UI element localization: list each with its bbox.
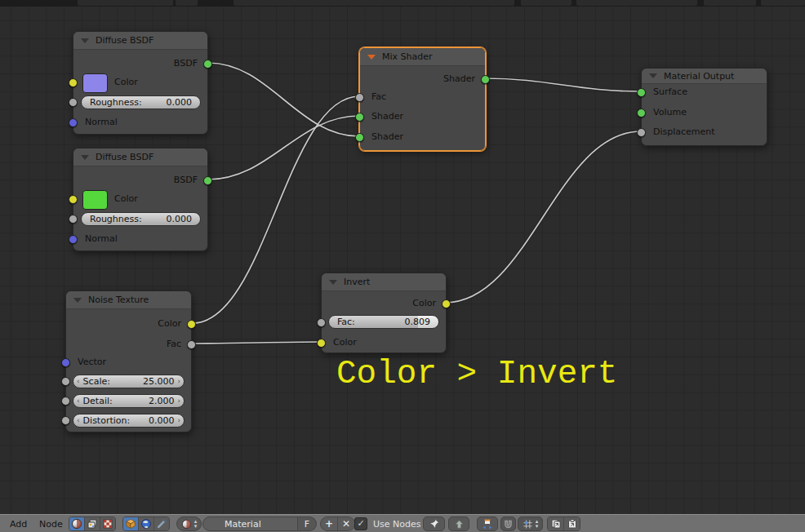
socket-input-normal[interactable] [69,235,78,244]
object-shader-button[interactable] [123,517,139,530]
socket-input-fac[interactable] [317,318,326,327]
slider-arrow-right-icon[interactable]: › [177,414,180,428]
material-name-field[interactable]: Material [202,516,298,531]
node-invert[interactable]: Invert Color Fac: 0.809 Color [321,273,447,353]
node-header[interactable]: Noise Texture [66,291,191,309]
collapse-triangle-icon[interactable] [81,38,89,43]
color-swatch[interactable] [82,73,108,93]
use-nodes-toggle[interactable]: ✓ Use Nodes [354,516,421,531]
socket-input-normal[interactable] [69,118,78,127]
close-icon: ✕ [342,518,350,530]
pin-icon [429,518,440,530]
node-header[interactable]: Diffuse BSDF [73,32,207,50]
top-strip-segment [761,0,805,6]
input-label-vector: Vector [78,356,106,369]
socket-input-shader-2[interactable] [355,133,364,142]
slider-arrow-right-icon[interactable]: › [177,394,180,408]
socket-input-surface[interactable] [637,88,646,97]
top-strip-segment [576,0,697,6]
socket-input-roughness[interactable] [69,98,78,107]
new-material-button[interactable]: + [321,517,338,530]
node-header[interactable]: Invert [322,273,446,291]
socket-input-color[interactable] [317,339,326,348]
stepper-down-icon[interactable]: ▾ [194,524,198,529]
slider-arrow-right-icon[interactable]: › [177,375,180,388]
socket-input-shader-1[interactable] [355,113,364,122]
stepper-down-icon[interactable]: ▾ [536,524,539,529]
roughness-slider[interactable]: Roughness: 0.000 [81,212,201,226]
socket-output-bsdf[interactable] [203,60,212,69]
slider-arrow-left-icon[interactable]: ‹ [77,394,80,408]
collapse-triangle-icon[interactable] [329,280,337,285]
snap-element-stepper[interactable]: ▴ ▾ [536,519,539,529]
slider-label: Roughness: [90,97,142,108]
color-swatch[interactable] [82,190,108,210]
paste-nodes-button[interactable] [564,517,580,530]
slider-label: Roughness: [90,214,142,224]
socket-input-volume[interactable] [637,109,646,117]
slider-value: 0.809 [405,317,431,327]
material-browse-button[interactable]: ▴ ▾ [176,516,202,531]
annotation-text: Color > Invert [336,357,617,391]
roughness-slider[interactable]: Roughness: 0.000 [81,95,201,109]
snap-element-button[interactable]: ▴ ▾ [518,516,543,531]
compositing-tree-button[interactable] [85,517,100,530]
snap-toggle-button[interactable] [500,516,516,531]
detail-slider[interactable]: ‹ Detail: 2.000 › [73,394,185,408]
material-stepper[interactable]: ▴ ▾ [194,519,198,529]
distortion-slider[interactable]: ‹ Distortion: 0.000 › [73,414,185,428]
slider-value: 25.000 [143,376,175,387]
output-label-color: Color [158,317,181,330]
checkbox-checked-icon[interactable]: ✓ [354,517,367,530]
auto-offset-icon [482,518,493,530]
node-header[interactable]: Material Output [642,69,767,84]
node-mix-shader[interactable]: Mix Shader Shader Fac Shader Shader [359,47,486,151]
top-strip-segment [704,0,756,6]
shader-tree-button[interactable] [69,517,85,530]
socket-input-vector[interactable] [61,358,70,367]
go-to-parent-button[interactable] [448,516,469,531]
socket-output-color[interactable] [442,299,451,308]
texture-tree-button[interactable] [100,517,115,530]
scale-slider[interactable]: ‹ Scale: 25.000 › [73,375,185,388]
socket-output-shader[interactable] [481,75,490,84]
world-shader-button[interactable] [139,517,154,530]
node-material-output[interactable]: Material Output Surface Volume Displacem… [641,68,767,146]
socket-input-color[interactable] [69,78,78,87]
collapse-triangle-icon[interactable] [73,298,82,303]
collapse-triangle-icon[interactable] [649,73,657,78]
node-editor: Diffuse BSDF BSDF Color Roughness: 0.000… [0,0,805,532]
collapse-triangle-icon[interactable] [81,155,89,160]
node-header[interactable]: Mix Shader [360,48,485,66]
menu-add[interactable]: Add [7,516,30,531]
collapse-triangle-icon[interactable] [367,55,376,60]
slider-arrow-left-icon[interactable]: ‹ [77,414,80,428]
socket-output-bsdf[interactable] [203,176,212,185]
socket-input-roughness[interactable] [69,215,78,224]
slider-arrow-left-icon[interactable]: ‹ [77,375,80,388]
menu-node[interactable]: Node [36,516,66,531]
node-title: Diffuse BSDF [96,152,153,162]
unlink-material-button[interactable]: ✕ [338,517,354,530]
pin-button[interactable] [423,516,445,531]
linestyle-shader-button[interactable] [154,517,169,530]
socket-input-color[interactable] [69,195,78,204]
copy-nodes-button[interactable] [548,517,564,530]
socket-input-distortion[interactable] [61,416,70,425]
object-shader-icon [125,518,136,530]
socket-input-fac[interactable] [355,93,364,102]
input-label-surface: Surface [653,86,687,99]
node-diffuse-bsdf-2[interactable]: Diffuse BSDF BSDF Color Roughness: 0.000… [73,148,208,251]
socket-output-color[interactable] [187,320,196,329]
socket-input-detail[interactable] [61,397,70,406]
auto-offset-button[interactable] [477,516,498,531]
fake-user-button[interactable]: F [298,516,317,531]
node-header[interactable]: Diffuse BSDF [73,149,207,166]
node-diffuse-bsdf-1[interactable]: Diffuse BSDF BSDF Color Roughness: 0.000… [73,31,208,135]
socket-input-displacement[interactable] [637,128,646,137]
node-title: Noise Texture [88,295,149,305]
node-noise-texture[interactable]: Noise Texture Color Fac Vector ‹ Scale: … [65,290,192,432]
socket-input-scale[interactable] [61,377,70,386]
socket-output-fac[interactable] [187,340,196,349]
fac-slider[interactable]: Fac: 0.809 [328,315,439,329]
